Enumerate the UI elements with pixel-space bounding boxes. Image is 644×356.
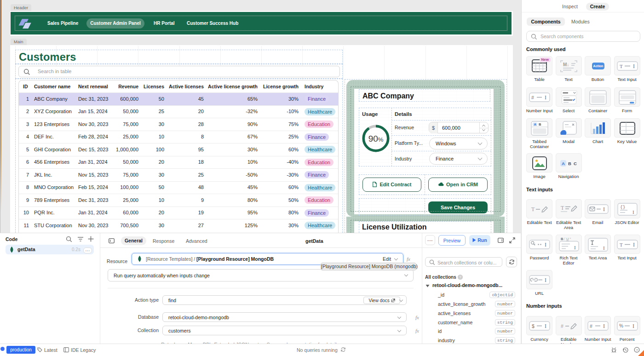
svg-text:I: I xyxy=(633,241,635,248)
svg-text:A: A xyxy=(562,161,565,166)
svg-text:I: I xyxy=(603,323,605,329)
svg-text:#: # xyxy=(561,323,564,329)
svg-text:I: I xyxy=(545,241,546,248)
svg-text:I: I xyxy=(545,94,546,101)
svg-text:T: T xyxy=(620,242,623,247)
svg-text:?: ? xyxy=(459,275,461,279)
svg-text:T: T xyxy=(531,206,535,212)
svg-text:$: $ xyxy=(532,323,535,329)
svg-text:#: # xyxy=(531,94,534,100)
svg-text:I: I xyxy=(632,209,634,215)
svg-text:/: / xyxy=(564,237,565,241)
svg-text:U: U xyxy=(566,237,569,241)
svg-text:I: I xyxy=(632,323,634,329)
svg-text:I: I xyxy=(603,206,605,212)
svg-text:I: I xyxy=(603,245,605,251)
svg-text:C: C xyxy=(574,161,577,166)
svg-text:M↓: M↓ xyxy=(563,62,569,67)
svg-text:“: “ xyxy=(569,237,571,241)
svg-text:I: I xyxy=(545,323,546,329)
svg-text:I: I xyxy=(574,245,576,250)
svg-text:B: B xyxy=(561,237,564,241)
svg-text:%: % xyxy=(619,323,623,328)
svg-text:I: I xyxy=(545,277,546,283)
svg-text:T: T xyxy=(561,205,564,211)
svg-text:T: T xyxy=(620,63,623,69)
svg-text:I: I xyxy=(633,63,635,69)
svg-text:B: B xyxy=(539,122,541,126)
svg-text:B: B xyxy=(568,161,571,166)
svg-text:#: # xyxy=(590,323,592,329)
svg-text:A: A xyxy=(534,122,537,126)
svg-text:{}: {} xyxy=(620,205,625,210)
